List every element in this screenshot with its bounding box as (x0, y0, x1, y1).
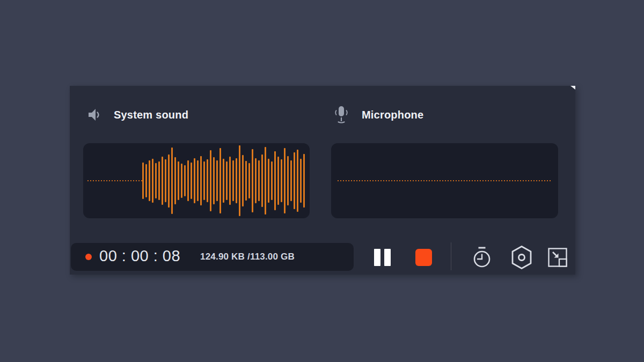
microphone-baseline (338, 180, 552, 181)
system-sound-waveform (83, 143, 310, 218)
waveform-bar (174, 157, 176, 204)
minimize-icon (547, 247, 568, 268)
waveform-bar (274, 151, 276, 211)
panel-corner-notch (570, 86, 575, 90)
stop-icon (415, 249, 432, 266)
waveform-bar (197, 160, 199, 201)
recording-dot-icon (85, 254, 92, 260)
system-sound-baseline (87, 180, 142, 181)
file-size-text: 124.90 KB /113.00 GB (200, 252, 295, 262)
waveform-bar (181, 164, 182, 197)
waveform-bar (226, 161, 228, 201)
waveform-bar (245, 161, 247, 201)
waveform-bar (184, 165, 186, 196)
desktop-background: System sound Microphone 00 : 00 : 08 (0, 0, 644, 362)
waveform-bar (223, 159, 224, 203)
waveform-bar (261, 154, 263, 207)
waveform-bar (155, 163, 157, 198)
waveform-bar (232, 160, 234, 202)
stop-button[interactable] (412, 247, 435, 268)
recorder-panel: System sound Microphone 00 : 00 : 08 (70, 86, 575, 275)
waveform-bar (207, 159, 208, 202)
waveform-bar (171, 147, 173, 214)
pause-icon (374, 249, 380, 266)
waveform-bar (178, 161, 179, 201)
waveform-bar (200, 156, 202, 205)
waveform-bar (145, 164, 147, 197)
waveform-bar (158, 161, 160, 201)
waveform-bar (229, 157, 231, 205)
controls-divider (451, 242, 451, 270)
waveform-bar (300, 159, 302, 203)
waveform-bar (255, 158, 257, 203)
waveform-bar (277, 157, 279, 205)
pause-button[interactable] (370, 247, 394, 268)
waveform-bar (248, 163, 250, 198)
waveform-bar (162, 157, 163, 205)
waveform-bar (303, 154, 305, 208)
waveform-bar (210, 150, 211, 211)
hexagon-settings-icon (510, 245, 533, 270)
schedule-button[interactable] (470, 246, 494, 269)
waveform-bar (216, 160, 218, 202)
waveform-bar (294, 152, 295, 209)
waveform-bar (258, 160, 260, 202)
speaker-icon (86, 106, 103, 123)
waveform-bar (219, 148, 221, 213)
waveform-bar (187, 160, 189, 202)
waveform-bar (265, 147, 266, 215)
waveform-bar (287, 156, 289, 205)
pause-icon (384, 249, 391, 266)
waveform-bar (284, 148, 286, 214)
system-sound-bars (142, 145, 306, 216)
waveform-bar (268, 159, 269, 203)
waveform-bar (152, 159, 153, 203)
recording-timer: 00 : 00 : 08 (99, 247, 180, 265)
waveform-bar (149, 160, 150, 202)
waveform-bar (290, 160, 292, 202)
microphone-icon (332, 105, 351, 125)
waveform-bar (252, 149, 253, 213)
microphone-label: Microphone (362, 109, 423, 121)
waveform-bar (194, 158, 195, 203)
waveform-bar (191, 162, 192, 200)
microphone-header: Microphone (332, 105, 423, 125)
recording-status-bar: 00 : 00 : 08 124.90 KB /113.00 GB (71, 243, 354, 271)
settings-button[interactable] (510, 246, 533, 269)
waveform-bar (281, 159, 282, 202)
system-sound-label: System sound (114, 109, 188, 121)
waveform-bar (142, 162, 144, 200)
minimize-button[interactable] (546, 246, 569, 269)
waveform-bar (203, 161, 205, 201)
waveform-bar (297, 150, 298, 212)
waveform-bar (168, 154, 170, 208)
waveform-bar (213, 157, 215, 204)
waveform-bar (236, 158, 237, 203)
waveform-bar (271, 161, 273, 200)
waveform-bar (242, 155, 244, 206)
waveform-bar (239, 145, 240, 216)
microphone-waveform (331, 143, 558, 218)
system-sound-header: System sound (86, 106, 188, 123)
stopwatch-icon (471, 246, 493, 269)
waveform-bar (165, 159, 166, 202)
